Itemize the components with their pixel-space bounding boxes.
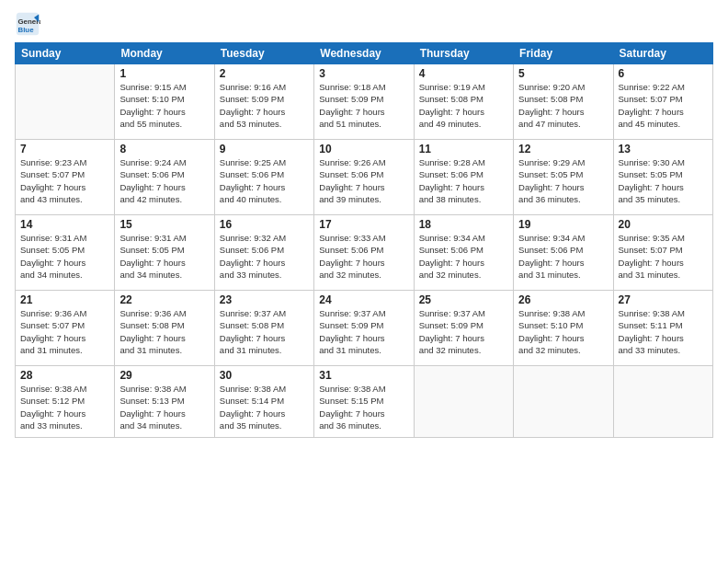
day-info: Sunrise: 9:26 AMSunset: 5:06 PMDaylight:… bbox=[319, 156, 408, 205]
day-info: Sunrise: 9:25 AMSunset: 5:06 PMDaylight:… bbox=[220, 156, 309, 205]
day-cell: 10Sunrise: 9:26 AMSunset: 5:06 PMDayligh… bbox=[314, 140, 414, 215]
day-info: Sunrise: 9:29 AMSunset: 5:05 PMDaylight:… bbox=[518, 156, 608, 205]
day-number: 21 bbox=[20, 293, 109, 306]
svg-text:Blue: Blue bbox=[18, 26, 35, 34]
day-number: 11 bbox=[419, 143, 508, 155]
day-info: Sunrise: 9:36 AMSunset: 5:07 PMDaylight:… bbox=[20, 307, 109, 356]
day-cell: 23Sunrise: 9:37 AMSunset: 5:08 PMDayligh… bbox=[214, 291, 313, 366]
day-number: 4 bbox=[419, 67, 508, 80]
day-info: Sunrise: 9:18 AMSunset: 5:09 PMDaylight:… bbox=[319, 81, 408, 130]
day-cell: 14Sunrise: 9:31 AMSunset: 5:05 PMDayligh… bbox=[16, 215, 115, 291]
day-info: Sunrise: 9:19 AMSunset: 5:08 PMDaylight:… bbox=[419, 81, 508, 130]
day-number: 15 bbox=[119, 218, 209, 231]
day-cell: 1Sunrise: 9:15 AMSunset: 5:10 PMDaylight… bbox=[115, 64, 214, 140]
day-number: 3 bbox=[319, 67, 408, 80]
weekday-header-thursday: Thursday bbox=[414, 43, 513, 64]
day-info: Sunrise: 9:31 AMSunset: 5:05 PMDaylight:… bbox=[119, 232, 209, 281]
day-cell: 5Sunrise: 9:20 AMSunset: 5:08 PMDaylight… bbox=[514, 64, 613, 140]
weekday-header-sunday: Sunday bbox=[16, 43, 115, 64]
day-cell: 29Sunrise: 9:38 AMSunset: 5:13 PMDayligh… bbox=[115, 366, 214, 438]
day-cell bbox=[16, 64, 115, 140]
day-info: Sunrise: 9:32 AMSunset: 5:06 PMDaylight:… bbox=[220, 232, 309, 281]
day-info: Sunrise: 9:36 AMSunset: 5:08 PMDaylight:… bbox=[119, 307, 209, 356]
day-number: 30 bbox=[220, 369, 309, 382]
day-cell: 28Sunrise: 9:38 AMSunset: 5:12 PMDayligh… bbox=[16, 366, 115, 438]
day-number: 20 bbox=[619, 218, 708, 231]
day-number: 31 bbox=[319, 369, 408, 382]
day-cell: 26Sunrise: 9:38 AMSunset: 5:10 PMDayligh… bbox=[514, 291, 613, 366]
day-info: Sunrise: 9:37 AMSunset: 5:08 PMDaylight:… bbox=[220, 307, 309, 356]
day-number: 7 bbox=[20, 143, 109, 155]
day-number: 26 bbox=[518, 293, 608, 306]
day-info: Sunrise: 9:38 AMSunset: 5:12 PMDaylight:… bbox=[20, 383, 109, 431]
day-number: 13 bbox=[619, 143, 708, 155]
day-info: Sunrise: 9:38 AMSunset: 5:14 PMDaylight:… bbox=[220, 383, 309, 431]
week-row-1: 1Sunrise: 9:15 AMSunset: 5:10 PMDaylight… bbox=[16, 64, 713, 140]
day-cell bbox=[613, 366, 712, 438]
day-cell: 25Sunrise: 9:37 AMSunset: 5:09 PMDayligh… bbox=[414, 291, 513, 366]
day-info: Sunrise: 9:24 AMSunset: 5:06 PMDaylight:… bbox=[119, 156, 209, 205]
day-info: Sunrise: 9:22 AMSunset: 5:07 PMDaylight:… bbox=[619, 81, 708, 130]
header: General Blue bbox=[15, 11, 713, 37]
day-number: 23 bbox=[220, 293, 309, 306]
week-row-5: 28Sunrise: 9:38 AMSunset: 5:12 PMDayligh… bbox=[16, 366, 713, 438]
day-info: Sunrise: 9:38 AMSunset: 5:10 PMDaylight:… bbox=[518, 307, 608, 356]
weekday-header-tuesday: Tuesday bbox=[214, 43, 313, 64]
calendar-table: SundayMondayTuesdayWednesdayThursdayFrid… bbox=[15, 42, 713, 438]
week-row-4: 21Sunrise: 9:36 AMSunset: 5:07 PMDayligh… bbox=[16, 291, 713, 366]
calendar-container: General Blue SundayMondayTuesdayWednesda… bbox=[0, 0, 728, 563]
day-info: Sunrise: 9:16 AMSunset: 5:09 PMDaylight:… bbox=[220, 81, 309, 130]
day-number: 12 bbox=[518, 143, 608, 155]
day-number: 18 bbox=[419, 218, 508, 231]
day-cell: 9Sunrise: 9:25 AMSunset: 5:06 PMDaylight… bbox=[214, 140, 313, 215]
day-cell: 16Sunrise: 9:32 AMSunset: 5:06 PMDayligh… bbox=[214, 215, 313, 291]
day-number: 14 bbox=[20, 218, 109, 231]
day-number: 9 bbox=[220, 143, 309, 155]
day-cell: 15Sunrise: 9:31 AMSunset: 5:05 PMDayligh… bbox=[115, 215, 214, 291]
day-cell: 13Sunrise: 9:30 AMSunset: 5:05 PMDayligh… bbox=[613, 140, 712, 215]
day-info: Sunrise: 9:34 AMSunset: 5:06 PMDaylight:… bbox=[518, 232, 608, 281]
day-number: 1 bbox=[119, 67, 209, 80]
day-number: 19 bbox=[518, 218, 608, 231]
day-info: Sunrise: 9:31 AMSunset: 5:05 PMDaylight:… bbox=[20, 232, 109, 281]
weekday-header-wednesday: Wednesday bbox=[314, 43, 414, 64]
day-cell: 11Sunrise: 9:28 AMSunset: 5:06 PMDayligh… bbox=[414, 140, 513, 215]
day-cell: 2Sunrise: 9:16 AMSunset: 5:09 PMDaylight… bbox=[214, 64, 313, 140]
day-number: 27 bbox=[619, 293, 708, 306]
day-info: Sunrise: 9:23 AMSunset: 5:07 PMDaylight:… bbox=[20, 156, 109, 205]
day-cell bbox=[514, 366, 613, 438]
day-info: Sunrise: 9:38 AMSunset: 5:11 PMDaylight:… bbox=[619, 307, 708, 356]
day-number: 10 bbox=[319, 143, 408, 155]
day-number: 6 bbox=[619, 67, 708, 80]
day-info: Sunrise: 9:37 AMSunset: 5:09 PMDaylight:… bbox=[419, 307, 508, 356]
day-number: 28 bbox=[20, 369, 109, 382]
day-number: 8 bbox=[119, 143, 209, 155]
day-cell: 3Sunrise: 9:18 AMSunset: 5:09 PMDaylight… bbox=[314, 64, 414, 140]
day-cell: 8Sunrise: 9:24 AMSunset: 5:06 PMDaylight… bbox=[115, 140, 214, 215]
day-cell: 4Sunrise: 9:19 AMSunset: 5:08 PMDaylight… bbox=[414, 64, 513, 140]
day-cell: 12Sunrise: 9:29 AMSunset: 5:05 PMDayligh… bbox=[514, 140, 613, 215]
day-number: 16 bbox=[220, 218, 309, 231]
day-info: Sunrise: 9:30 AMSunset: 5:05 PMDaylight:… bbox=[619, 156, 708, 205]
week-row-3: 14Sunrise: 9:31 AMSunset: 5:05 PMDayligh… bbox=[16, 215, 713, 291]
day-cell: 19Sunrise: 9:34 AMSunset: 5:06 PMDayligh… bbox=[514, 215, 613, 291]
weekday-header-monday: Monday bbox=[115, 43, 214, 64]
day-number: 5 bbox=[518, 67, 608, 80]
day-cell: 30Sunrise: 9:38 AMSunset: 5:14 PMDayligh… bbox=[214, 366, 313, 438]
day-number: 25 bbox=[419, 293, 508, 306]
day-number: 24 bbox=[319, 293, 408, 306]
day-info: Sunrise: 9:20 AMSunset: 5:08 PMDaylight:… bbox=[518, 81, 608, 130]
day-info: Sunrise: 9:28 AMSunset: 5:06 PMDaylight:… bbox=[419, 156, 508, 205]
day-number: 29 bbox=[119, 369, 209, 382]
logo-icon: General Blue bbox=[15, 11, 40, 37]
day-number: 2 bbox=[220, 67, 309, 80]
day-number: 17 bbox=[319, 218, 408, 231]
day-cell: 31Sunrise: 9:38 AMSunset: 5:15 PMDayligh… bbox=[314, 366, 414, 438]
day-cell: 7Sunrise: 9:23 AMSunset: 5:07 PMDaylight… bbox=[16, 140, 115, 215]
day-cell: 20Sunrise: 9:35 AMSunset: 5:07 PMDayligh… bbox=[613, 215, 712, 291]
day-cell: 21Sunrise: 9:36 AMSunset: 5:07 PMDayligh… bbox=[16, 291, 115, 366]
weekday-header-row: SundayMondayTuesdayWednesdayThursdayFrid… bbox=[16, 43, 713, 64]
day-cell: 17Sunrise: 9:33 AMSunset: 5:06 PMDayligh… bbox=[314, 215, 414, 291]
weekday-header-friday: Friday bbox=[514, 43, 613, 64]
day-info: Sunrise: 9:34 AMSunset: 5:06 PMDaylight:… bbox=[419, 232, 508, 281]
